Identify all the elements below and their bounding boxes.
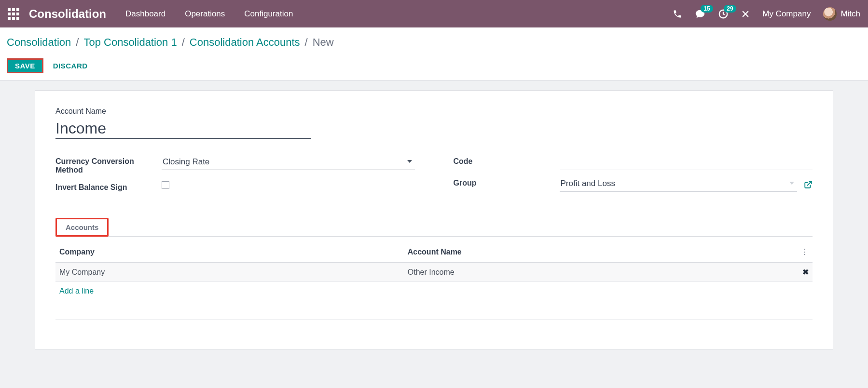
group-control <box>560 177 813 192</box>
discard-button[interactable]: DISCARD <box>53 62 88 70</box>
breadcrumb-current: New <box>313 36 334 49</box>
delete-row-icon[interactable]: ✖ <box>797 263 813 282</box>
breadcrumb-sep: / <box>76 36 79 49</box>
col-company[interactable]: Company <box>55 241 404 263</box>
account-name-label: Account Name <box>55 107 813 116</box>
activities-badge: 29 <box>724 5 736 13</box>
close-icon[interactable] <box>741 10 750 18</box>
nav-operations[interactable]: Operations <box>185 9 225 19</box>
right-col: Code Group <box>454 155 813 199</box>
column-options-icon[interactable]: ⋮ <box>797 241 813 263</box>
table-spacer <box>55 300 813 320</box>
breadcrumb-sep: / <box>182 36 185 49</box>
nav-links: Dashboard Operations Configuration <box>125 9 293 19</box>
currency-method-select[interactable] <box>162 155 415 170</box>
invert-balance-row: Invert Balance Sign <box>55 181 415 192</box>
code-row: Code <box>454 155 813 170</box>
currency-method-label: Currency Conversion Method <box>55 155 162 174</box>
phone-icon[interactable] <box>673 9 682 19</box>
code-input[interactable] <box>560 155 813 170</box>
breadcrumb-top-consolidation[interactable]: Top Consolidation 1 <box>83 36 177 49</box>
nav-configuration[interactable]: Configuration <box>244 9 293 19</box>
apps-menu-icon[interactable] <box>8 8 19 20</box>
topbar-right: 15 29 My Company Mitch <box>673 7 860 21</box>
add-line-row[interactable]: Add a line <box>55 282 813 301</box>
external-link-icon[interactable] <box>804 180 813 189</box>
table-header-row: Company Account Name ⋮ <box>55 241 813 263</box>
user-menu[interactable]: Mitch <box>823 7 860 21</box>
currency-method-row: Currency Conversion Method <box>55 155 415 174</box>
accounts-table: Company Account Name ⋮ My Company Other … <box>55 241 813 320</box>
cell-company: My Company <box>55 263 404 282</box>
user-name: Mitch <box>840 9 860 19</box>
messages-badge: 15 <box>701 5 713 13</box>
invert-balance-label: Invert Balance Sign <box>55 181 162 192</box>
action-row: SAVE DISCARD <box>7 58 861 73</box>
group-label: Group <box>454 177 560 187</box>
save-button[interactable]: SAVE <box>7 58 43 73</box>
invert-balance-checkbox[interactable] <box>162 181 169 189</box>
chevron-down-icon <box>789 182 794 185</box>
subheader: Consolidation / Top Consolidation 1 / Co… <box>0 27 868 80</box>
group-select[interactable] <box>560 177 798 192</box>
form-wrap: Account Name Currency Conversion Method … <box>0 80 868 359</box>
form-card: Account Name Currency Conversion Method … <box>35 90 833 349</box>
tab-accounts[interactable]: Accounts <box>55 218 109 237</box>
breadcrumb-sep: / <box>305 36 308 49</box>
company-selector[interactable]: My Company <box>762 9 811 19</box>
left-col: Currency Conversion Method Invert Balanc… <box>55 155 415 199</box>
app-title[interactable]: Consolidation <box>29 7 106 21</box>
tabs: Accounts <box>55 218 813 237</box>
breadcrumb-accounts[interactable]: Consolidation Accounts <box>190 36 300 49</box>
add-line-label[interactable]: Add a line <box>55 282 813 301</box>
messages-icon[interactable]: 15 <box>695 9 705 19</box>
invert-balance-control <box>162 181 415 189</box>
avatar <box>823 7 837 21</box>
currency-method-control[interactable] <box>162 155 415 170</box>
account-name-input[interactable] <box>55 119 311 139</box>
table-row[interactable]: My Company Other Income ✖ <box>55 263 813 282</box>
code-label: Code <box>454 155 560 166</box>
nav-dashboard[interactable]: Dashboard <box>125 9 165 19</box>
cell-account-name: Other Income <box>404 263 797 282</box>
activities-icon[interactable]: 29 <box>718 9 729 19</box>
breadcrumb-consolidation[interactable]: Consolidation <box>7 36 71 49</box>
fields-two-col: Currency Conversion Method Invert Balanc… <box>55 155 813 199</box>
code-control[interactable] <box>560 155 813 170</box>
breadcrumb: Consolidation / Top Consolidation 1 / Co… <box>7 36 861 49</box>
chevron-down-icon <box>407 160 412 163</box>
topbar: Consolidation Dashboard Operations Confi… <box>0 0 868 27</box>
group-row: Group <box>454 177 813 192</box>
col-account-name[interactable]: Account Name <box>404 241 797 263</box>
